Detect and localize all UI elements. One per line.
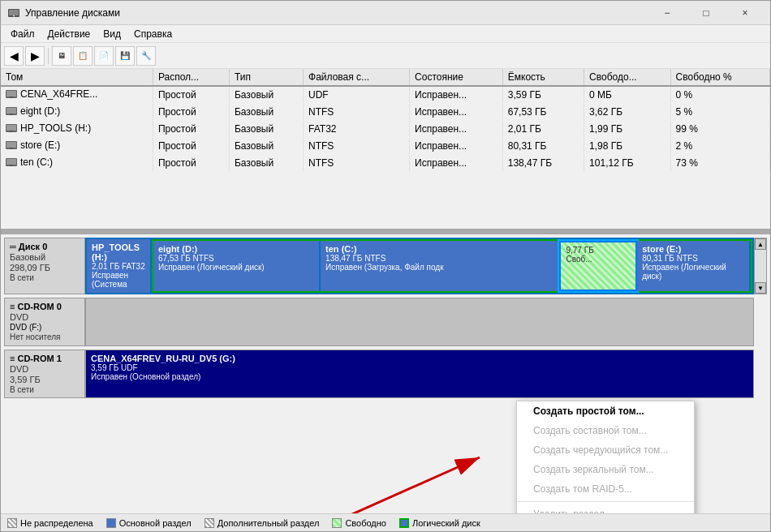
title-bar: Управление дисками − □ ×: [1, 1, 770, 25]
svg-rect-16: [6, 159, 16, 165]
toolbar-btn5[interactable]: 🔧: [136, 46, 156, 66]
svg-point-2: [13, 15, 15, 16]
svg-line-19: [179, 457, 480, 513]
toolbar-btn3[interactable]: 📄: [94, 46, 114, 66]
minimize-button[interactable]: −: [648, 5, 686, 21]
toolbar-back[interactable]: ◀: [4, 46, 24, 66]
cdrom1-part-status: Исправен (Основной раздел): [91, 372, 748, 381]
context-create-simple[interactable]: Создать простой том...: [517, 401, 694, 421]
table-row[interactable]: eight (D:)ПростойБазовыйNTFSИсправен...6…: [1, 104, 770, 121]
title-controls: − □ ×: [648, 5, 764, 21]
disk0-partitions: HP_TOOLS (H:) 2,01 ГБ FAT32 Исправен (Си…: [85, 238, 754, 294]
disk0-size: 298,09 ГБ: [10, 263, 80, 272]
volume-table: Том Распол... Тип Файловая с... Состояни…: [1, 69, 770, 172]
ten-size: 138,47 ГБ NTFS: [325, 254, 553, 263]
cdrom0-spacer: [754, 298, 767, 346]
disk0-row: ═ Диск 0 Базовый 298,09 ГБ В сети HP_TOO…: [4, 238, 767, 294]
svg-rect-10: [6, 125, 16, 131]
hp-tools-status: Исправен (Система: [92, 271, 145, 289]
table-row[interactable]: CENA_X64FRE...ПростойБазовыйUDFИсправен.…: [1, 86, 770, 104]
logical-container: eight (D:) 67,53 ГБ NTFS Исправен (Логич…: [152, 239, 752, 293]
toolbar-forward[interactable]: ▶: [25, 46, 45, 66]
toolbar-btn4[interactable]: 💾: [115, 46, 135, 66]
col-header-fs[interactable]: Файловая с...: [304, 69, 410, 86]
legend-label-free: Свободно: [345, 518, 386, 528]
cdrom0-drive: DVD (F:): [10, 323, 80, 332]
close-button[interactable]: ×: [726, 5, 764, 21]
legend-logical: Логический диск: [399, 518, 480, 528]
legend-free: Свободно: [332, 518, 386, 528]
col-header-type[interactable]: Тип: [229, 69, 303, 86]
legend-box-logical: [399, 518, 409, 528]
context-create-mirrored: Создать зеркальный том...: [517, 460, 694, 479]
col-header-free[interactable]: Свободо...: [584, 69, 671, 86]
hp-tools-name: HP_TOOLS (H:): [92, 242, 145, 262]
menu-help[interactable]: Справка: [127, 27, 179, 41]
scroll-down[interactable]: ▼: [755, 282, 766, 294]
hp-tools-size: 2,01 ГБ FAT32: [92, 262, 145, 271]
cdrom0-type: DVD: [10, 312, 80, 322]
disk-map-panel: ═ Диск 0 Базовый 298,09 ГБ В сети HP_TOO…: [1, 234, 770, 513]
partition-eight[interactable]: eight (D:) 67,53 ГБ NTFS Исправен (Логич…: [153, 241, 321, 291]
toolbar-btn2[interactable]: 📋: [73, 46, 93, 66]
eight-size: 67,53 ГБ NTFS: [158, 254, 314, 263]
table-row[interactable]: store (E:)ПростойБазовыйNTFSИсправен...8…: [1, 138, 770, 155]
scroll-up[interactable]: ▲: [755, 238, 766, 250]
legend-unallocated: Не распределена: [7, 518, 93, 528]
svg-rect-7: [6, 108, 16, 114]
cdrom1-name: ≡ CD-ROM 1: [10, 354, 80, 363]
disk-management-window: Управление дисками − □ × Файл Действие В…: [0, 0, 771, 532]
legend-label-extended: Дополнительный раздел: [218, 518, 320, 528]
free-size: 9,77 ГБ: [566, 246, 631, 255]
legend-box-extended: [205, 518, 214, 528]
svg-rect-13: [6, 142, 16, 148]
cdrom1-partition[interactable]: CENA_X64FREV_RU-RU_DV5 (G:) 3,59 ГБ UDF …: [85, 350, 754, 398]
cdrom0-empty: [85, 298, 754, 346]
eight-name: eight (D:): [158, 244, 314, 254]
partition-free[interactable]: 9,77 ГБ Своб...: [559, 241, 637, 291]
legend-label-unallocated: Не распределена: [20, 518, 93, 528]
legend-box-free: [332, 518, 342, 528]
col-header-location[interactable]: Распол...: [153, 69, 229, 86]
ten-name: ten (C:): [325, 244, 553, 254]
col-header-capacity[interactable]: Ёмкость: [502, 69, 584, 86]
disk0-name: ═ Диск 0: [10, 242, 80, 251]
legend: Не распределена Основной раздел Дополнит…: [1, 513, 770, 531]
svg-rect-1: [9, 10, 19, 15]
cdrom1-part-size: 3,59 ГБ UDF: [91, 363, 748, 372]
menu-view[interactable]: Вид: [97, 27, 127, 41]
col-header-freepct[interactable]: Свободно %: [670, 69, 769, 86]
context-sep1: [517, 501, 694, 502]
col-header-status[interactable]: Состояние: [410, 69, 503, 86]
toolbar-btn1[interactable]: 🖥: [52, 46, 71, 66]
cdrom1-row: ≡ CD-ROM 1 DVD 3,59 ГБ В сети CENA_X64FR…: [4, 350, 767, 398]
legend-label-primary: Основной раздел: [119, 518, 192, 528]
legend-box-primary: [106, 518, 116, 528]
cdrom1-label: ≡ CD-ROM 1 DVD 3,59 ГБ В сети: [4, 350, 85, 398]
table-row[interactable]: ten (C:)ПростойБазовыйNTFSИсправен...138…: [1, 155, 770, 172]
svg-rect-14: [10, 148, 13, 149]
menu-file[interactable]: Файл: [4, 27, 41, 41]
disk0-status: В сети: [10, 273, 80, 282]
menu-action[interactable]: Действие: [41, 27, 97, 41]
free-status: Своб...: [566, 255, 631, 264]
main-content: Том Распол... Тип Файловая с... Состояни…: [1, 69, 770, 513]
store-status: Исправен (Логический диск): [642, 263, 744, 281]
volume-list-panel: Том Распол... Тип Файловая с... Состояни…: [1, 69, 770, 231]
partition-hp-tools[interactable]: HP_TOOLS (H:) 2,01 ГБ FAT32 Исправен (Си…: [87, 239, 152, 293]
menu-bar: Файл Действие Вид Справка: [1, 25, 770, 43]
store-size: 80,31 ГБ NTFS: [642, 254, 744, 263]
context-create-striped: Создать чередующийся том...: [517, 440, 694, 460]
maximize-button[interactable]: □: [687, 5, 725, 21]
scrollbar[interactable]: ▲ ▼: [754, 238, 767, 294]
context-create-raid5: Создать том RAID-5...: [517, 479, 694, 499]
legend-box-unallocated: [7, 518, 17, 528]
svg-rect-11: [10, 131, 13, 132]
partition-ten[interactable]: ten (C:) 138,47 ГБ NTFS Исправен (Загруз…: [321, 241, 559, 291]
context-delete: Удалить раздел...: [517, 504, 694, 513]
ten-status: Исправен (Загрузка, Файл подк: [325, 263, 553, 272]
table-row[interactable]: HP_TOOLS (H:)ПростойБазовыйFAT32Исправен…: [1, 121, 770, 138]
disk0-type: Базовый: [10, 252, 80, 262]
col-header-tom[interactable]: Том: [1, 69, 153, 86]
partition-store[interactable]: store (E:) 80,31 ГБ NTFS Исправен (Логич…: [637, 241, 751, 291]
